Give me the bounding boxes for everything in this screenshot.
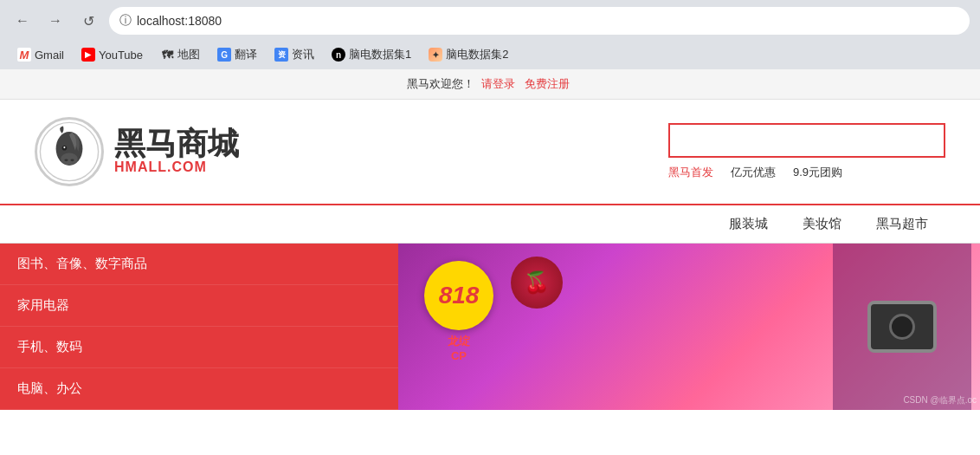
logo-circle (35, 117, 104, 186)
site-header: 黑马商城 HMALL.COM 黑马首发 亿元优惠 9.9元团购 (0, 100, 980, 204)
page-content: 黑马欢迎您！ 请登录 免费注册 (0, 69, 980, 410)
search-links: 黑马首发 亿元优惠 9.9元团购 (668, 165, 945, 180)
search-area: 黑马首发 亿元优惠 9.9元团购 (274, 123, 945, 180)
login-link[interactable]: 请登录 (481, 77, 515, 90)
camera-lens (889, 314, 915, 340)
banner-camera (833, 244, 971, 410)
bookmark-youtube[interactable]: ▶ YouTube (74, 46, 150, 63)
bookmark-news-label: 资讯 (292, 47, 314, 62)
bookmark-brain2[interactable]: ✦ 脑电数据集2 (422, 45, 515, 64)
search-link-1[interactable]: 黑马首发 (668, 165, 713, 180)
welcome-text: 黑马欢迎您！ (407, 77, 474, 90)
youtube-icon: ▶ (81, 48, 95, 62)
bookmark-news[interactable]: 资 资讯 (268, 45, 321, 64)
bookmark-maps-label: 地图 (177, 47, 200, 62)
register-link[interactable]: 免费注册 (525, 77, 570, 90)
bookmark-youtube-label: YouTube (99, 49, 143, 62)
category-sidebar: 图书、音像、数字商品 家用电器 手机、数码 电脑、办公 (0, 244, 398, 410)
sidebar-item-books[interactable]: 图书、音像、数字商品 (0, 244, 398, 285)
brain1-icon: n (332, 48, 345, 62)
address-text: localhost:18080 (137, 14, 222, 28)
browser-chrome: ← → ↺ ⓘ localhost:18080 M Gmail ▶ YouTub… (0, 0, 980, 69)
svg-point-4 (70, 159, 74, 161)
watermark: CSDN @临界点.oc (903, 394, 977, 406)
svg-point-2 (61, 153, 78, 165)
gmail-icon: M (17, 48, 31, 62)
refresh-button[interactable]: ↺ (76, 9, 100, 33)
camera-shape (867, 301, 937, 353)
nav-item-supermarket[interactable]: 黑马超市 (859, 205, 945, 243)
nav-bar: 服装城 美妆馆 黑马超市 (0, 204, 980, 244)
welcome-bar: 黑马欢迎您！ 请登录 免费注册 (0, 69, 980, 100)
search-input[interactable] (668, 123, 945, 158)
banner-818: 818 龙绽 CP (424, 261, 493, 362)
banner-fruits: 🍒 (511, 257, 563, 309)
banner-area: 818 龙绽 CP 🍒 CSDN @临界点.oc (398, 244, 980, 410)
badge-818-text: 818 (424, 261, 493, 330)
svg-point-6 (63, 146, 65, 148)
main-content: 图书、音像、数字商品 家用电器 手机、数码 电脑、办公 818 龙绽 CP 🍒 (0, 244, 980, 410)
browser-toolbar: ← → ↺ ⓘ localhost:18080 (10, 7, 970, 35)
search-link-3[interactable]: 9.9元团购 (793, 165, 842, 180)
logo-text: 黑马商城 HMALL.COM (114, 128, 239, 175)
forward-button[interactable]: → (43, 9, 68, 33)
maps-icon: 🗺 (160, 48, 174, 62)
nav-item-beauty[interactable]: 美妆馆 (785, 205, 859, 243)
sidebar-item-computer[interactable]: 电脑、办公 (0, 368, 398, 410)
address-bar[interactable]: ⓘ localhost:18080 (109, 7, 970, 35)
sidebar-item-mobile[interactable]: 手机、数码 (0, 327, 398, 368)
bookmark-gmail[interactable]: M Gmail (10, 46, 71, 63)
bookmark-brain1-label: 脑电数据集1 (349, 47, 411, 62)
bookmark-translate-label: 翻译 (235, 47, 257, 62)
nav-item-clothing[interactable]: 服装城 (712, 205, 785, 243)
bookmark-translate[interactable]: G 翻译 (210, 45, 264, 64)
banner-subtitle: 龙绽 CP (424, 334, 493, 362)
info-icon: ⓘ (119, 13, 132, 29)
bookmark-brain2-label: 脑电数据集2 (446, 47, 508, 62)
sidebar-item-appliances[interactable]: 家用电器 (0, 285, 398, 327)
brain2-icon: ✦ (429, 48, 442, 62)
bookmark-maps[interactable]: 🗺 地图 (153, 45, 207, 64)
logo-english: HMALL.COM (114, 159, 239, 175)
logo-chinese: 黑马商城 (114, 128, 239, 159)
logo-image (39, 121, 100, 182)
logo-area: 黑马商城 HMALL.COM (35, 117, 239, 186)
search-link-2[interactable]: 亿元优惠 (731, 165, 776, 180)
nav-bar-items: 服装城 美妆馆 黑马超市 (712, 205, 945, 243)
bookmarks-bar: M Gmail ▶ YouTube 🗺 地图 G 翻译 资 资讯 n 脑电数据集… (10, 42, 970, 69)
translate-icon: G (217, 48, 231, 62)
bookmark-gmail-label: Gmail (35, 49, 64, 62)
news-icon: 资 (274, 48, 288, 62)
bookmark-brain1[interactable]: n 脑电数据集1 (325, 45, 418, 64)
back-button[interactable]: ← (10, 9, 35, 33)
svg-point-3 (64, 159, 68, 161)
